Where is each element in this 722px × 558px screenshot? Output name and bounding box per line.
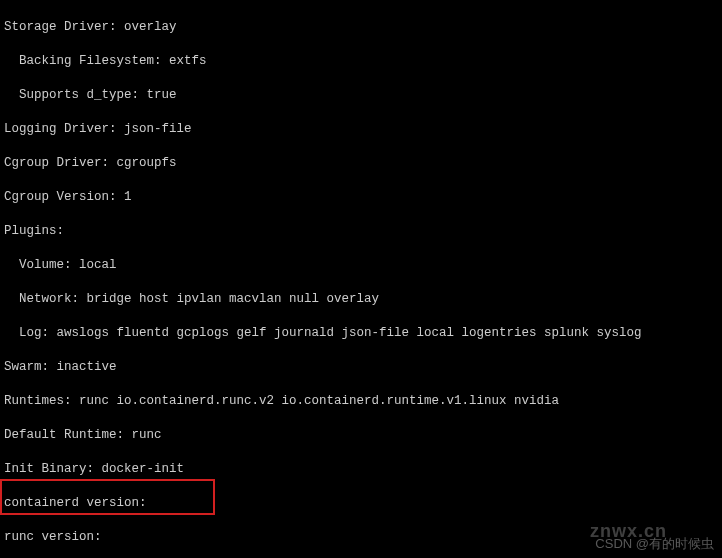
info-cgroup-version: Cgroup Version: 1 [4, 189, 718, 206]
info-plugin-log: Log: awslogs fluentd gcplogs gelf journa… [4, 325, 718, 342]
info-default-runtime: Default Runtime: runc [4, 427, 718, 444]
info-logging-driver: Logging Driver: json-file [4, 121, 718, 138]
info-supports-dtype: Supports d_type: true [4, 87, 718, 104]
info-containerd-version: containerd version: [4, 495, 718, 512]
info-runc-version: runc version: [4, 529, 718, 546]
info-swarm: Swarm: inactive [4, 359, 718, 376]
info-plugin-network: Network: bridge host ipvlan macvlan null… [4, 291, 718, 308]
info-plugins-header: Plugins: [4, 223, 718, 240]
terminal-output: Storage Driver: overlay Backing Filesyst… [0, 0, 722, 558]
info-runtimes: Runtimes: runc io.containerd.runc.v2 io.… [4, 393, 718, 410]
info-storage-driver: Storage Driver: overlay [4, 19, 718, 36]
info-init-binary: Init Binary: docker-init [4, 461, 718, 478]
info-backing-filesystem: Backing Filesystem: extfs [4, 53, 718, 70]
info-plugin-volume: Volume: local [4, 257, 718, 274]
info-cgroup-driver: Cgroup Driver: cgroupfs [4, 155, 718, 172]
